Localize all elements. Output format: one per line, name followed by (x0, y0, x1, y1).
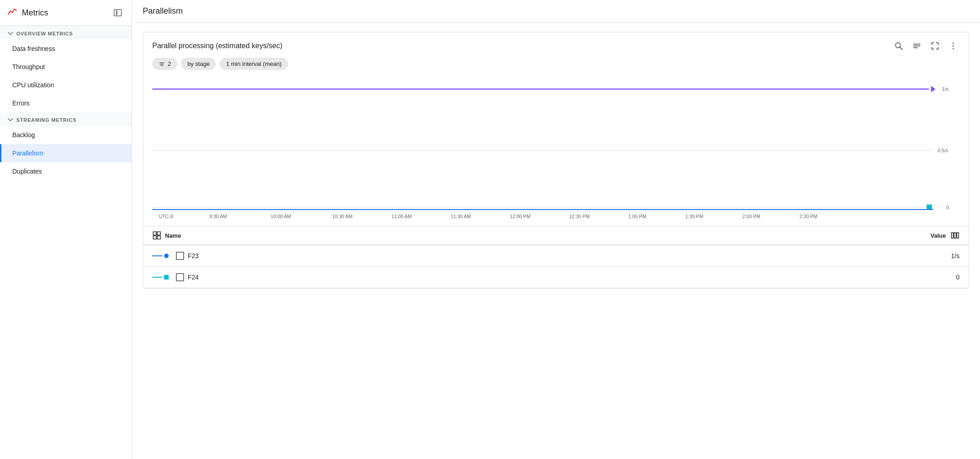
svg-rect-40 (951, 233, 953, 238)
svg-text:9:30 AM: 9:30 AM (209, 214, 227, 219)
svg-point-7 (953, 43, 954, 44)
section-overview-label: OVERVIEW METRICS (16, 31, 73, 36)
page-title: Parallelism (132, 0, 980, 23)
grid-icon (152, 231, 161, 240)
svg-rect-37 (157, 232, 160, 235)
chart-area: 1/s 0.5/s 0 UTC-8 9:30 AM 10:00 AM 10 (143, 75, 969, 222)
table-cell-name-f24: F24 (143, 267, 620, 288)
collapse-sidebar-button[interactable] (111, 6, 124, 19)
col-header-value: Value (930, 232, 946, 239)
row-checkbox-f23[interactable] (176, 252, 184, 260)
table-cell-name-f23: F23 (143, 245, 620, 267)
svg-text:1:00 PM: 1:00 PM (628, 214, 646, 219)
section-overview: OVERVIEW METRICS (0, 26, 131, 40)
content-area: Parallel processing (estimated keys/sec) (132, 23, 980, 459)
more-options-button[interactable] (947, 40, 960, 52)
svg-text:11:00 AM: 11:00 AM (391, 214, 412, 219)
svg-text:2:30 PM: 2:30 PM (800, 214, 818, 219)
svg-text:0.5/s: 0.5/s (938, 148, 949, 153)
sidebar-item-data-freshness[interactable]: Data freshness (0, 40, 131, 58)
svg-text:10:00 AM: 10:00 AM (271, 214, 291, 219)
svg-text:2:00 PM: 2:00 PM (742, 214, 760, 219)
row-indicator-f24 (152, 275, 169, 279)
filter-interval-label: 1 min interval (mean) (226, 60, 281, 67)
chart-card: Parallel processing (estimated keys/sec) (143, 32, 969, 289)
svg-rect-0 (114, 10, 121, 16)
table-row: F24 0 (143, 267, 969, 288)
sidebar: Metrics OVERVIEW METRICS Data freshness … (0, 0, 132, 459)
table-cell-value-f24: 0 (620, 267, 969, 288)
row-indicator-f23 (152, 254, 169, 258)
svg-rect-38 (153, 236, 156, 239)
main-content: Parallelism Parallel processing (estimat… (132, 0, 980, 459)
svg-text:1/s: 1/s (942, 86, 949, 92)
filter-interval-chip[interactable]: 1 min interval (mean) (220, 58, 288, 70)
svg-text:10:30 AM: 10:30 AM (332, 214, 353, 219)
sidebar-item-cpu-utilization[interactable]: CPU utilization (0, 76, 131, 94)
filter-icon (159, 61, 165, 67)
sidebar-item-parallelism[interactable]: Parallelism (0, 144, 131, 162)
table-header-name: Name (143, 226, 620, 245)
chart-actions (892, 40, 960, 52)
filter-count-label: 2 (168, 60, 171, 67)
chevron-down-icon-2 (7, 117, 14, 123)
search-button[interactable] (892, 40, 905, 52)
svg-text:11:30 AM: 11:30 AM (450, 214, 471, 219)
line-indicator-f24 (152, 277, 162, 278)
sidebar-item-errors[interactable]: Errors (0, 94, 131, 112)
chart-svg: 1/s 0.5/s 0 UTC-8 9:30 AM 10:00 AM 10 (152, 75, 960, 221)
filter-count-chip[interactable]: 2 (152, 58, 177, 70)
filter-stage-label: by stage (187, 60, 210, 67)
section-streaming-label: STREAMING METRICS (16, 117, 76, 123)
row-checkbox-f24[interactable] (176, 273, 184, 281)
svg-rect-36 (153, 232, 156, 235)
chevron-down-icon (7, 30, 14, 37)
dot-indicator (164, 254, 169, 258)
filter-chips: 2 by stage 1 min interval (mean) (143, 58, 969, 75)
fullscreen-button[interactable] (929, 40, 941, 52)
app-title: Metrics (22, 8, 48, 18)
svg-rect-42 (957, 233, 959, 238)
svg-line-3 (900, 47, 902, 50)
sidebar-item-throughput[interactable]: Throughput (0, 58, 131, 76)
chart-title: Parallel processing (estimated keys/sec) (152, 42, 282, 50)
svg-text:UTC-8: UTC-8 (159, 214, 173, 219)
svg-text:0: 0 (946, 205, 949, 210)
svg-text:12:30 PM: 12:30 PM (569, 214, 590, 219)
sidebar-item-backlog[interactable]: Backlog (0, 126, 131, 144)
chart-header: Parallel processing (estimated keys/sec) (143, 32, 969, 58)
svg-text:1:30 PM: 1:30 PM (685, 214, 704, 219)
svg-point-8 (953, 45, 954, 47)
table-cell-value-f23: 1/s (620, 245, 969, 267)
metrics-icon (7, 7, 17, 19)
sidebar-logo-group: Metrics (7, 7, 48, 19)
columns-icon (950, 231, 960, 240)
table-row: F23 1/s (143, 245, 969, 267)
svg-rect-39 (157, 236, 160, 239)
sidebar-header: Metrics (0, 0, 131, 26)
row-name-f24: F24 (188, 274, 199, 281)
svg-point-2 (895, 43, 900, 48)
line-indicator (152, 255, 162, 256)
sidebar-item-duplicates[interactable]: Duplicates (0, 162, 131, 180)
legend-button[interactable] (910, 40, 923, 52)
section-streaming: STREAMING METRICS (0, 112, 131, 126)
svg-rect-13 (152, 75, 960, 221)
square-indicator (164, 275, 169, 279)
svg-text:12:00 PM: 12:00 PM (510, 214, 530, 219)
row-name-f23: F23 (188, 252, 199, 259)
data-table: Name Value (143, 226, 969, 288)
svg-rect-41 (954, 233, 956, 238)
filter-stage-chip[interactable]: by stage (181, 58, 216, 70)
col-header-name: Name (165, 232, 181, 239)
svg-point-9 (953, 48, 954, 50)
table-header-value: Value (620, 226, 969, 245)
